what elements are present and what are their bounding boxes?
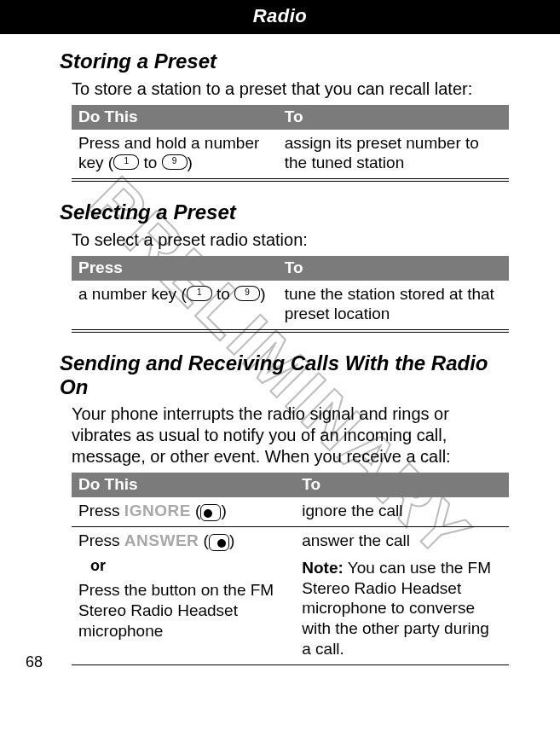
table-header: Do This: [72, 105, 278, 130]
table-cell-text: Press: [78, 502, 124, 519]
table-cell-text: (: [191, 502, 201, 519]
table-cell-text: (: [199, 531, 209, 549]
instruction-table: Press To a number key (1 to 9) tune the …: [72, 256, 509, 330]
softkey-label: IGNORE: [124, 502, 191, 519]
section-heading: Storing a Preset: [60, 49, 509, 73]
table-cell-text: to: [139, 154, 161, 171]
table-cell-text: a number key (: [78, 285, 187, 303]
table-cell-text: ): [260, 285, 265, 303]
table-cell-text: Press: [78, 531, 124, 549]
table-header: Press: [72, 256, 278, 281]
table-cell-text: Press the button on the FM Stereo Radio …: [78, 581, 274, 640]
page-content: Storing a Preset To store a station to a…: [0, 34, 560, 665]
number-key-icon: 1: [187, 286, 212, 301]
table-header: To: [278, 105, 509, 130]
table-cell-text: ): [221, 502, 226, 519]
table-row: Press IGNORE () ignore the call: [72, 497, 509, 526]
section-intro: Your phone interrupts the radio signal a…: [72, 403, 509, 467]
table-row: Press and hold a number key (1 to 9) ass…: [72, 130, 509, 179]
page-number: 68: [26, 653, 560, 671]
table-cell-text: ignore the call: [295, 497, 509, 526]
table-cell-text: answer the call: [302, 531, 410, 549]
table-header: To: [278, 256, 509, 281]
chapter-title: Radio: [253, 5, 308, 26]
instruction-table: Do This To Press and hold a number key (…: [72, 105, 509, 179]
table-header: Do This: [72, 473, 295, 497]
table-row: a number key (1 to 9) tune the station s…: [72, 281, 509, 330]
table-cell-text: to: [212, 285, 234, 303]
or-label: or: [90, 556, 288, 576]
table-row: Press ANSWER () or Press the button on t…: [72, 527, 509, 664]
number-key-icon: 9: [234, 286, 260, 301]
note-label: Note:: [302, 559, 344, 577]
number-key-icon: 9: [162, 154, 188, 170]
table-cell-text: tune the station stored at that preset l…: [278, 281, 509, 330]
section-heading: Selecting a Preset: [60, 200, 509, 224]
section-intro: To select a preset radio station:: [72, 229, 509, 251]
table-cell-text: ): [229, 531, 234, 549]
section-intro: To store a station to a preset that you …: [72, 78, 509, 100]
table-cell-text: ): [188, 154, 193, 171]
table-header: To: [295, 473, 509, 497]
section-heading: Sending and Receiving Calls With the Rad…: [60, 351, 509, 398]
number-key-icon: 1: [113, 154, 139, 170]
table-cell-text: assign its preset number to the tuned st…: [278, 130, 509, 179]
page: PRELIMINARY Radio Storing a Preset To st…: [0, 0, 560, 737]
chapter-header-bar: Radio: [0, 0, 560, 34]
instruction-table: Do This To Press IGNORE () ignore the ca…: [72, 473, 509, 664]
right-softkey-icon: [209, 534, 229, 551]
softkey-label: ANSWER: [124, 531, 199, 549]
left-softkey-icon: [200, 504, 221, 521]
